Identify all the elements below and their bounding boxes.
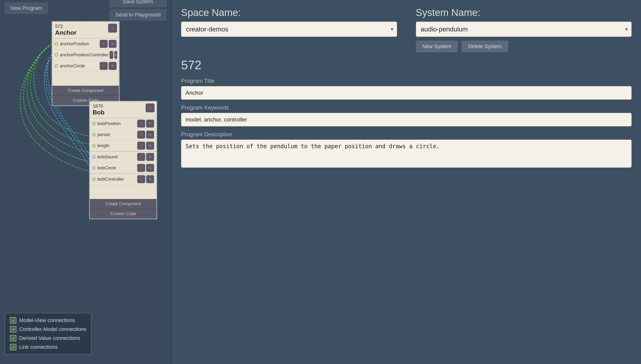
- legend-check-controller-model: ✓: [10, 326, 16, 332]
- port-dot-anchorCircle: [55, 64, 58, 68]
- anchor-card-header: 572 Anchor 🗑: [52, 22, 119, 38]
- anchor-card-id: 572: [55, 24, 116, 29]
- port-name-bobCircle: bobCircle: [97, 165, 136, 170]
- port-edit-period[interactable]: ✎: [146, 131, 154, 138]
- port-dot-bobPosition: [92, 122, 96, 125]
- port-edit-bobSound[interactable]: ✎: [146, 153, 154, 161]
- legend-check-link: ✓: [10, 344, 16, 350]
- right-panel: Space Name: creator-demos ▾ System Name:…: [172, 0, 641, 364]
- legend-label-controller-model: Controller-Model connections: [19, 326, 86, 332]
- port-delete-period[interactable]: 🗑: [137, 131, 145, 138]
- port-name-anchorPositionController: anchorPositionController: [60, 52, 108, 58]
- system-buttons-row: New System Delete System: [416, 40, 632, 52]
- anchor-card: 572 Anchor 🗑 anchorPosition 🗑 ✎ anchorPo…: [52, 21, 120, 106]
- program-title-label: Program Title: [181, 78, 632, 84]
- legend-label-link: Link connections: [19, 344, 58, 350]
- legend-item-derived-value: ✓ Derived Value connections: [10, 335, 86, 342]
- bob-port-bobSound: bobSound 🗑 ✎: [90, 152, 156, 162]
- bob-port-bobCircle: bobCircle 🗑 ✎: [90, 162, 156, 174]
- bob-port-length: length 🗑 ✎: [90, 140, 156, 151]
- legend-item-model-view: ✓ Model-View connections: [10, 317, 86, 324]
- bob-card-header: 1870 Bob 🗑: [90, 102, 156, 118]
- new-system-button[interactable]: New System: [416, 40, 458, 52]
- port-delete-bobCircle[interactable]: 🗑: [137, 164, 145, 172]
- port-delete-anchorCircle[interactable]: 🗑: [100, 62, 108, 70]
- legend-check-model-view: ✓: [10, 317, 16, 324]
- port-name-bobPosition: bobPosition: [97, 121, 136, 126]
- port-name-anchorCircle: anchorCircle: [60, 63, 99, 68]
- program-id-display: 572: [181, 58, 632, 72]
- anchor-create-component-button[interactable]: Create Component: [52, 86, 119, 96]
- program-keywords-input[interactable]: [181, 113, 632, 126]
- legend-label-derived-value: Derived Value connections: [19, 335, 80, 341]
- bob-create-component-button[interactable]: Create Component: [90, 199, 156, 209]
- port-name-bobController: bobController: [97, 176, 136, 182]
- bob-port-bobController: bobController 🗑 ✎: [90, 174, 156, 185]
- port-dot-bobController: [92, 178, 96, 181]
- canvas-area: 572 Anchor 🗑 anchorPosition 🗑 ✎ anchorPo…: [0, 16, 171, 364]
- delete-system-button[interactable]: Delete System: [462, 40, 508, 52]
- legend-item-controller-model: ✓ Controller-Model connections: [10, 326, 86, 332]
- space-name-label: Space Name:: [181, 7, 397, 18]
- port-dot-length: [92, 144, 96, 147]
- port-dot-bobSound: [92, 155, 96, 158]
- left-panel: New Program Save System Send to Playgrou…: [0, 0, 171, 364]
- new-program-button[interactable]: New Program: [5, 2, 48, 14]
- port-dot-anchorPositionController: [55, 53, 58, 56]
- port-edit-anchorCircle[interactable]: ✎: [108, 62, 116, 70]
- port-name-length: length: [97, 143, 136, 148]
- bob-delete-button[interactable]: 🗑: [146, 104, 154, 112]
- legend-check-derived-value: ✓: [10, 335, 16, 342]
- port-edit-bobPosition[interactable]: ✎: [146, 120, 154, 128]
- anchor-card-title: Anchor: [55, 29, 116, 36]
- port-dot-anchorPosition: [55, 42, 58, 46]
- top-row: Space Name: creator-demos ▾ System Name:…: [181, 7, 632, 52]
- port-edit-anchorPositionController[interactable]: ✎: [114, 51, 117, 59]
- top-toolbar: New Program Save System Send to Playgrou…: [0, 0, 171, 16]
- port-edit-bobController[interactable]: ✎: [146, 175, 154, 183]
- bob-card-title: Bob: [93, 109, 154, 116]
- bob-port-period: period 🗑 ✎: [90, 129, 156, 140]
- anchor-delete-button[interactable]: 🗑: [108, 24, 117, 32]
- program-description-textarea[interactable]: Sets the position of the pendulum to the…: [181, 140, 632, 168]
- legend-label-model-view: Model-View connections: [19, 317, 75, 324]
- port-delete-anchorPosition[interactable]: 🗑: [100, 40, 108, 48]
- anchor-port-anchorPosition: anchorPosition 🗑 ✎: [52, 38, 119, 50]
- program-title-input[interactable]: [181, 86, 632, 100]
- port-delete-bobSound[interactable]: 🗑: [137, 153, 145, 161]
- system-name-label: System Name:: [416, 7, 632, 18]
- bob-port-bobPosition: bobPosition 🗑 ✎: [90, 118, 156, 129]
- bob-card-spacer: [90, 185, 156, 199]
- space-name-dropdown-container: creator-demos ▾: [181, 22, 397, 37]
- anchor-port-anchorPositionController: anchorPositionController 🗑 ✎: [52, 50, 119, 60]
- port-dot-bobCircle: [92, 166, 96, 170]
- port-delete-anchorPositionController[interactable]: 🗑: [110, 51, 113, 59]
- port-delete-bobPosition[interactable]: 🗑: [137, 120, 145, 128]
- bob-card-id: 1870: [93, 104, 154, 109]
- port-edit-length[interactable]: ✎: [146, 142, 154, 150]
- system-name-select[interactable]: audio-pendulum: [416, 22, 632, 37]
- space-name-group: Space Name: creator-demos ▾: [181, 7, 397, 37]
- system-name-group: System Name: audio-pendulum ▾ New System…: [416, 7, 632, 52]
- program-description-label: Program Description: [181, 131, 632, 138]
- bob-card: 1870 Bob 🗑 bobPosition 🗑 ✎ period 🗑 ✎ le…: [89, 101, 157, 219]
- anchor-card-spacer: [52, 72, 119, 86]
- anchor-port-anchorCircle: anchorCircle 🗑 ✎: [52, 60, 119, 72]
- port-delete-length[interactable]: 🗑: [137, 142, 145, 150]
- bob-custom-code-button[interactable]: Custom Code: [90, 209, 156, 218]
- save-system-button[interactable]: Save System: [110, 0, 166, 7]
- port-name-anchorPosition: anchorPosition: [60, 41, 99, 46]
- port-dot-period: [92, 133, 96, 136]
- space-name-select[interactable]: creator-demos: [181, 22, 397, 37]
- port-edit-bobCircle[interactable]: ✎: [146, 164, 154, 172]
- port-delete-bobController[interactable]: 🗑: [137, 175, 145, 183]
- program-keywords-label: Program Keywords: [181, 104, 632, 111]
- system-name-dropdown-container: audio-pendulum ▾: [416, 22, 632, 37]
- port-name-period: period: [97, 132, 136, 137]
- port-edit-anchorPosition[interactable]: ✎: [108, 40, 116, 48]
- legend: ✓ Model-View connections ✓ Controller-Mo…: [5, 313, 92, 354]
- port-name-bobSound: bobSound: [97, 154, 136, 160]
- legend-item-link: ✓ Link connections: [10, 344, 86, 350]
